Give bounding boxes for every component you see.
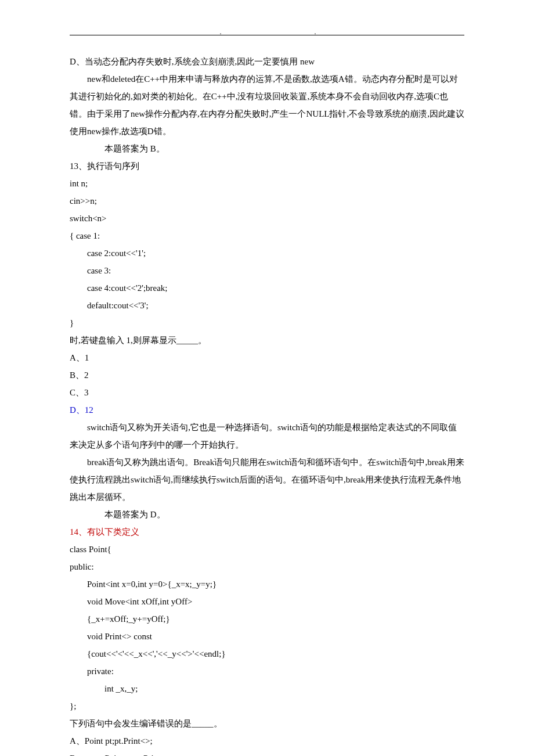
q14-code: public: bbox=[70, 558, 464, 575]
q14-code: }; bbox=[70, 697, 464, 715]
answer-13: 本题答案为 D。 bbox=[70, 506, 464, 523]
answer-text: 本题答案为 D。 bbox=[70, 510, 165, 519]
q14-title: 14、有以下类定义 bbox=[70, 523, 464, 541]
q13-code: cin>>n; bbox=[70, 192, 464, 210]
q14-prompt: 下列语句中会发生编译错误的是_____。 bbox=[70, 715, 464, 732]
q13-option-c: C、3 bbox=[70, 384, 464, 401]
q13-code: case 4:cout<<'2';break; bbox=[70, 279, 464, 297]
header-dot: . bbox=[315, 25, 316, 39]
document-content: D、当动态分配内存失败时,系统会立刻崩溃,因此一定要慎用 new new和del… bbox=[70, 53, 464, 756]
q14-code: int _x,_y; bbox=[70, 680, 464, 697]
q13-code: case 3: bbox=[70, 262, 464, 279]
q14-b-pre: B、 bbox=[70, 754, 84, 756]
q13-code: { case 1: bbox=[70, 227, 464, 244]
answer-12: 本题答案为 B。 bbox=[70, 140, 464, 157]
answer-text: 本题答案为 B。 bbox=[70, 144, 165, 153]
q14-code: void Move<int xOff,int yOff> bbox=[70, 593, 464, 610]
q14-code: Point<int x=0,int y=0>{_x=x;_y=y;} bbox=[70, 575, 464, 593]
q14-code: class Point{ bbox=[70, 541, 464, 558]
q13-code: switch<n> bbox=[70, 210, 464, 227]
q13-code: } bbox=[70, 314, 464, 332]
q13-option-d: D、12 bbox=[70, 401, 464, 419]
q13-option-b: B、2 bbox=[70, 366, 464, 384]
q13-explanation1: switch语句又称为开关语句,它也是一种选择语句。switch语句的功能是根据… bbox=[70, 419, 464, 453]
header-dot: . bbox=[219, 25, 221, 39]
q13-option-a: A、1 bbox=[70, 349, 464, 366]
q13-title: 13、执行语句序列 bbox=[70, 157, 464, 175]
q13-code: case 2:cout<<'1'; bbox=[70, 244, 464, 262]
q13-prompt: 时,若键盘输入 1,则屏幕显示_____。 bbox=[70, 332, 464, 349]
q14-code: private: bbox=[70, 663, 464, 680]
header-rule: . . bbox=[70, 35, 464, 35]
q14-option-b: B、const Point pt;pt.Print<> bbox=[70, 750, 464, 756]
explanation-12: new和deleted在C++中用来申请与释放内存的运算,不是函数,故选项A错。… bbox=[70, 70, 464, 140]
q14-code: void Print<> const bbox=[70, 628, 464, 645]
q13-code: default:cout<<'3'; bbox=[70, 297, 464, 314]
q14-option-a: A、Point pt;pt.Print<>; bbox=[70, 732, 464, 750]
q13-explanation2: break语句又称为跳出语句。Break语句只能用在switch语句和循环语句中… bbox=[70, 453, 464, 506]
option-d: D、当动态分配内存失败时,系统会立刻崩溃,因此一定要慎用 new bbox=[70, 53, 464, 70]
q14-b-post: Point pt;pt.Print<> bbox=[103, 754, 171, 756]
q14-code: {cout<<'<'<<_x<<','<<_y<<'>'<<endl;} bbox=[70, 645, 464, 663]
q14-b-const: const bbox=[84, 754, 103, 756]
q14-code: {_x+=xOff;_y+=yOff;} bbox=[70, 610, 464, 628]
q13-code: int n; bbox=[70, 175, 464, 192]
